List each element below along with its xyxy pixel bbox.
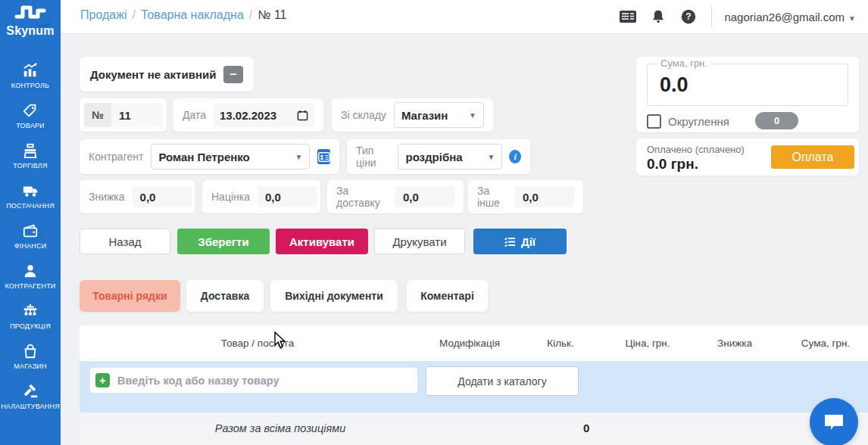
info-icon[interactable] (509, 150, 521, 163)
markup-label: Націнка (211, 191, 250, 203)
document-status-label: Документ не активний (90, 68, 223, 81)
tags-icon (0, 102, 61, 120)
tab-product-rows[interactable]: Товарні рядки (80, 280, 180, 312)
account-menu[interactable]: nagorian26@gmail.com▼ (724, 11, 856, 23)
markup-field: Націнка 0,0 (202, 180, 320, 213)
sidebar-item-supply[interactable]: ПОСТАЧАННЯ (0, 182, 61, 222)
breadcrumb-doc-type-link[interactable]: Товарна накладна (141, 8, 244, 21)
actions-button[interactable]: Дії (473, 229, 567, 254)
cash-register-icon (0, 142, 61, 160)
column-header-quantity: Кільк. (547, 338, 573, 349)
table-header-row: Товар / послуга Модифікація Кільк. Ціна,… (80, 325, 868, 361)
document-number-field: № 11 (80, 98, 167, 132)
contractor-label: Контрагент (89, 151, 143, 163)
document-status-card: Документ не активний (80, 57, 254, 92)
column-header-product: Товар / послуга (221, 338, 294, 349)
other-fee-field: За інше 0,0 (468, 180, 583, 213)
ukraine-flag-icon (36, 16, 50, 26)
sum-label: Сума, грн. (657, 58, 711, 69)
truck-icon (0, 182, 61, 201)
discount-label: Знижка (89, 191, 125, 203)
help-icon[interactable]: ? (679, 8, 698, 26)
number-input[interactable]: 11 (111, 103, 162, 127)
inactive-status-icon[interactable] (223, 66, 243, 83)
table-total-row: Разом за всіма позиціями 0 (80, 412, 868, 445)
breadcrumb-separator: / (132, 8, 135, 21)
sidebar-item-contractors[interactable]: КОНТРАГЕНТИ (0, 263, 61, 303)
column-header-modification: Модифікація (439, 338, 500, 349)
gavel-icon (0, 383, 61, 401)
save-button[interactable]: Зберегти (177, 229, 270, 254)
sidebar-item-settings[interactable]: НАЛАШТУВАННЯ (0, 383, 61, 423)
contractor-select[interactable]: Роман Петренко ▼ (151, 144, 310, 170)
product-search-input[interactable] (116, 374, 412, 387)
pay-button[interactable]: Оплата (771, 145, 854, 169)
tab-delivery[interactable]: Доставка (186, 280, 264, 312)
delivery-fee-input[interactable]: 0,0 (395, 186, 454, 207)
rounding-label: Округлення (668, 115, 729, 128)
warehouse-select[interactable]: Магазин ▼ (394, 102, 484, 128)
total-label: Разом за всіма позиціями (215, 422, 345, 434)
delivery-fee-field: За доставку 0,0 (327, 180, 464, 213)
sum-fieldset: Сума, грн. 0.0 (647, 64, 848, 106)
rounding-value-pill[interactable]: 0 (755, 112, 798, 129)
shop-icon (0, 343, 61, 361)
contractor-card-button[interactable] (317, 149, 330, 164)
column-header-price: Ціна, грн. (625, 338, 670, 349)
bell-icon[interactable] (649, 8, 667, 26)
main-content: Документ не активний № 11 Дата 13.02.202… (61, 33, 868, 445)
paid-value: 0.0 грн. (647, 156, 698, 173)
list-icon (504, 237, 516, 247)
chevron-down-icon: ▼ (469, 111, 476, 120)
paid-card: Оплачено (сплачено) 0.0 грн. Оплата (636, 138, 859, 176)
sidebar-item-shop[interactable]: МАГАЗИН (0, 343, 61, 383)
date-label: Дата (183, 109, 206, 121)
other-fee-input[interactable]: 0,0 (515, 186, 574, 207)
tab-comments[interactable]: Коментарі (407, 280, 488, 312)
tab-outgoing-documents[interactable]: Вихідні документи (270, 280, 398, 312)
logo[interactable]: Skynum (0, 0, 61, 47)
date-input[interactable]: 13.02.2023 (214, 103, 314, 127)
person-icon (0, 263, 61, 281)
sidebar-item-production[interactable]: ПРОДУКЦІЯ (0, 303, 61, 343)
chart-icon (0, 62, 61, 80)
add-item-input-wrap (90, 368, 417, 393)
topbar-divider (711, 7, 712, 26)
sidebar-item-finance[interactable]: ФІНАНСИ (0, 222, 61, 263)
back-button[interactable]: Назад (80, 229, 170, 254)
document-date-field: Дата 13.02.2023 (173, 98, 323, 132)
markup-input[interactable]: 0,0 (258, 186, 317, 207)
chat-button[interactable] (810, 398, 858, 445)
number-label: № (84, 103, 111, 127)
paid-label: Оплачено (сплачено) (647, 144, 745, 155)
topbar: Продажі/Товарна накладна/№ 11 ? nagorian… (61, 0, 868, 34)
sidebar-item-trade[interactable]: ТОРГІВЛЯ (0, 142, 61, 182)
chevron-down-icon: ▼ (488, 153, 495, 161)
chevron-down-icon: ▼ (295, 153, 302, 161)
sum-value: 0.0 (660, 73, 688, 97)
production-icon (0, 303, 61, 321)
discount-input[interactable]: 0,0 (133, 186, 192, 207)
breadcrumb-sales-link[interactable]: Продажі (80, 8, 126, 21)
discount-field: Знижка 0,0 (80, 180, 195, 213)
price-type-label: Тип ціни (356, 145, 391, 169)
delivery-fee-label: За доставку (336, 185, 388, 209)
add-from-catalog-button[interactable]: Додати з каталогу (426, 366, 579, 396)
sidebar: Skynum КОНТРОЛЬ ТОВАРИ ТОРГІВЛЯ ПОСТАЧАН… (0, 0, 61, 445)
warehouse-label: Зі складу (341, 109, 386, 121)
column-header-sum: Сума, грн. (801, 338, 850, 349)
price-type-select[interactable]: роздрібна ▼ (398, 144, 502, 170)
add-plus-icon (95, 373, 110, 387)
breadcrumb-doc-number: № 11 (258, 8, 286, 21)
breadcrumb: Продажі/Товарна накладна/№ 11 (80, 8, 287, 22)
items-table: Товар / послуга Модифікація Кільк. Ціна,… (80, 325, 868, 445)
sidebar-item-goods[interactable]: ТОВАРИ (0, 102, 61, 142)
activate-button[interactable]: Активувати (276, 229, 368, 254)
total-value: 0 (583, 422, 589, 434)
print-button[interactable]: Друкувати (374, 229, 465, 254)
sidebar-item-control[interactable]: КОНТРОЛЬ (0, 62, 61, 102)
rounding-checkbox[interactable] (647, 114, 661, 129)
sum-card: Сума, грн. 0.0 Округлення 0 (636, 57, 859, 132)
chevron-down-icon: ▼ (848, 14, 856, 23)
news-icon[interactable] (619, 8, 637, 26)
